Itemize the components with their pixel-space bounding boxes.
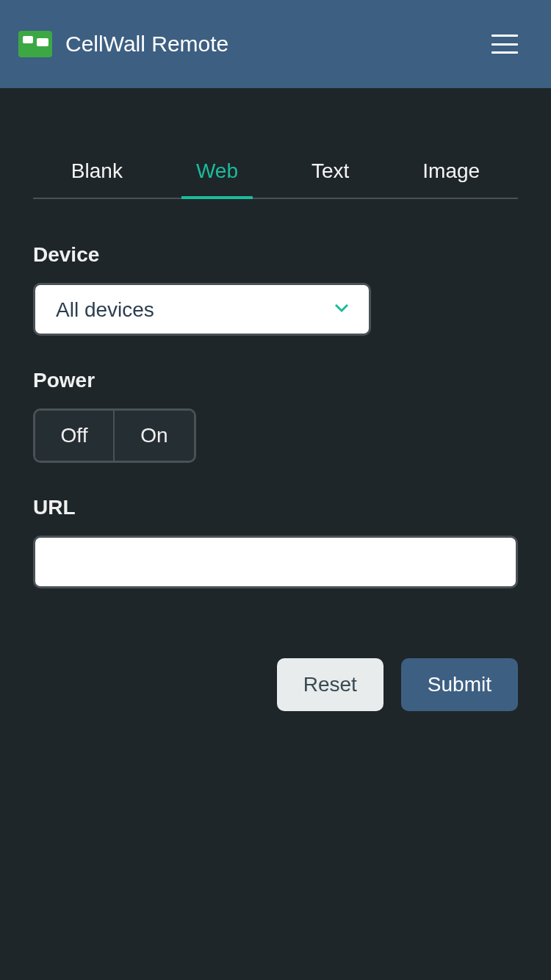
tab-web[interactable]: Web — [181, 151, 253, 198]
tab-image[interactable]: Image — [408, 151, 494, 198]
reset-button[interactable]: Reset — [277, 658, 383, 711]
device-group: Device All devices — [33, 243, 518, 336]
main-content: Blank Web Text Image Device All devices … — [0, 88, 551, 711]
hamburger-icon — [491, 43, 518, 46]
power-label: Power — [33, 369, 518, 392]
submit-button[interactable]: Submit — [401, 658, 518, 711]
form-actions: Reset Submit — [33, 658, 518, 711]
device-label: Device — [33, 243, 518, 267]
app-header: CellWall Remote — [0, 0, 551, 88]
power-toggle: Off On — [33, 408, 196, 463]
power-off-button[interactable]: Off — [35, 411, 115, 461]
menu-button[interactable] — [491, 35, 518, 54]
device-select-wrapper: All devices — [33, 283, 371, 336]
hamburger-icon — [491, 51, 518, 54]
hamburger-icon — [491, 35, 518, 37]
tab-text[interactable]: Text — [297, 151, 364, 198]
device-select[interactable]: All devices — [33, 283, 371, 336]
tab-blank[interactable]: Blank — [57, 151, 137, 198]
url-group: URL — [33, 496, 518, 588]
header-brand: CellWall Remote — [18, 31, 228, 57]
url-input[interactable] — [33, 536, 518, 588]
power-on-button[interactable]: On — [115, 411, 194, 461]
power-group: Power Off On — [33, 369, 518, 463]
app-logo-icon — [18, 31, 52, 57]
app-title: CellWall Remote — [65, 32, 228, 57]
url-label: URL — [33, 496, 518, 519]
tab-bar: Blank Web Text Image — [33, 151, 518, 199]
